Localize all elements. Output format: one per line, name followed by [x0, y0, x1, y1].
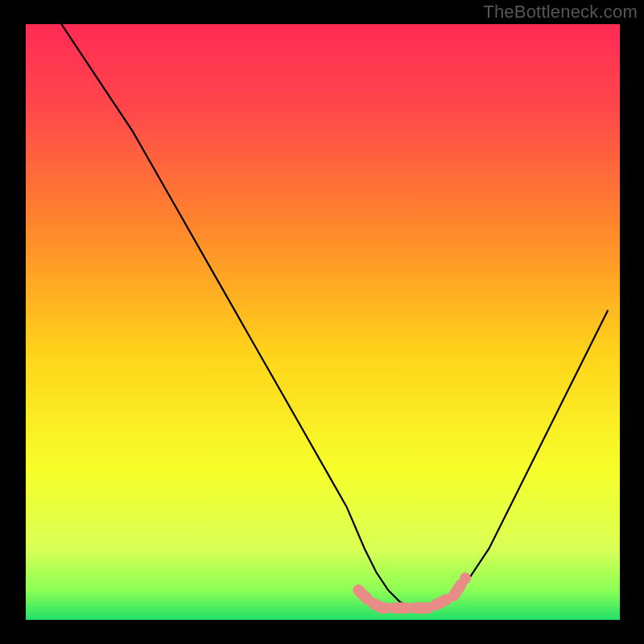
watermark-text: TheBottleneck.com: [483, 2, 638, 23]
chart-frame: TheBottleneck.com: [0, 0, 644, 644]
plot-background: [26, 24, 620, 620]
bottleneck-chart: [0, 0, 644, 644]
